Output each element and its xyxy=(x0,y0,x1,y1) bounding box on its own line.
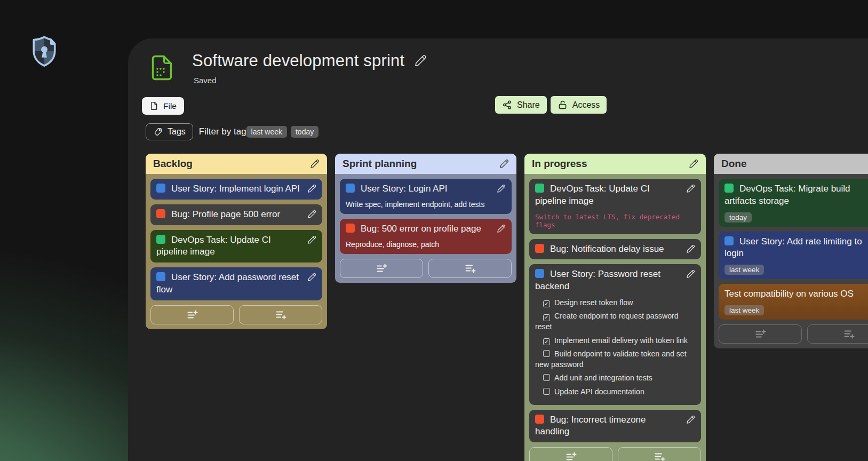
card-tag-last-week: last week xyxy=(724,305,764,315)
card-title-text: Bug: Profile page 500 error xyxy=(171,209,280,219)
checkbox-checked-icon[interactable]: ✓ xyxy=(543,314,550,321)
file-icon xyxy=(149,101,158,111)
devops-color-icon xyxy=(535,184,544,193)
edit-card-pencil-icon[interactable] xyxy=(686,269,695,279)
edit-card-pencil-icon[interactable] xyxy=(686,184,695,194)
column-backlog: BacklogUser Story: Implement login APIBu… xyxy=(146,154,327,329)
checkbox-checked-icon[interactable]: ✓ xyxy=(543,338,550,345)
card-code-description: Switch to latest LTS, fix deprecated fla… xyxy=(535,213,695,229)
card-title: User Story: Implement login API xyxy=(156,183,316,195)
card-bug-notification-delay-issue[interactable]: Bug: Notification delay issue xyxy=(529,239,701,260)
card-title: User Story: Add rate limiting to login xyxy=(724,236,868,260)
app-logo-shield-keyhole-icon[interactable] xyxy=(29,34,60,68)
edit-card-pencil-icon[interactable] xyxy=(307,235,316,245)
open-lock-icon xyxy=(558,100,568,110)
card-title-text: User Story: Add password reset flow xyxy=(156,272,299,295)
add-card-row xyxy=(719,324,868,344)
card-user-story-implement-login-api[interactable]: User Story: Implement login API xyxy=(150,179,322,200)
edit-column-pencil-icon[interactable] xyxy=(309,159,320,169)
checkbox-unchecked-icon[interactable] xyxy=(543,350,550,357)
access-button[interactable]: Access xyxy=(551,96,607,114)
card-tag-last-week: last week xyxy=(724,265,764,275)
add-card-bottom-button[interactable] xyxy=(428,259,512,278)
add-card-bottom-button[interactable] xyxy=(807,324,868,344)
bug-color-icon xyxy=(535,244,544,253)
checkbox-unchecked-icon[interactable] xyxy=(543,374,550,381)
card-devops-task-update-ci-pipeline-image[interactable]: DevOps Task: Update CI pipeline imageSwi… xyxy=(529,179,701,234)
edit-card-pencil-icon[interactable] xyxy=(307,210,316,219)
edit-card-pencil-icon[interactable] xyxy=(496,224,506,234)
user-story-color-icon xyxy=(535,269,544,278)
card-title: DevOps Task: Update CI pipeline image xyxy=(156,234,316,259)
column-title: Sprint planning xyxy=(343,158,417,170)
edit-card-pencil-icon[interactable] xyxy=(307,273,316,282)
file-button-label: File xyxy=(163,101,177,111)
column-body: User Story: Implement login APIBug: Prof… xyxy=(146,174,327,329)
filter-by-tag-label: Filter by tag xyxy=(199,126,246,137)
checklist-item-label: Implement email delivery with token link xyxy=(554,336,688,345)
edit-card-pencil-icon[interactable] xyxy=(686,415,695,425)
checklist-item-label: Build endpoint to validate token and set… xyxy=(535,349,687,369)
card-title-text: User Story: Login API xyxy=(361,184,448,194)
edit-card-pencil-icon[interactable] xyxy=(496,184,506,194)
card-title-text: Bug: 500 error on profile page xyxy=(361,224,481,234)
card-title: DevOps Task: Update CI pipeline image xyxy=(535,183,695,208)
card-checklist: ✓Design reset token flow✓Create endpoint… xyxy=(535,298,695,398)
edit-card-pencil-icon[interactable] xyxy=(307,184,316,194)
card-description: Reproduce, diagnose, patch xyxy=(346,240,506,249)
add-card-top-button[interactable] xyxy=(150,305,234,324)
card-bug-500-error-on-profile-page[interactable]: Bug: 500 error on profile pageReproduce,… xyxy=(340,219,512,254)
add-card-bottom-button[interactable] xyxy=(239,305,322,324)
column-body: DevOps Task: Update CI pipeline imageSwi… xyxy=(524,174,706,461)
column-in-progress: In progressDevOps Task: Update CI pipeli… xyxy=(524,154,706,461)
edit-column-pencil-icon[interactable] xyxy=(499,159,509,169)
bug-color-icon xyxy=(535,415,544,424)
card-user-story-password-reset-backend[interactable]: User Story: Password reset backend✓Desig… xyxy=(529,264,701,404)
add-card-top-button[interactable] xyxy=(529,447,612,461)
card-devops-task-update-ci-pipeline-image[interactable]: DevOps Task: Update CI pipeline image xyxy=(150,230,322,263)
devops-color-icon xyxy=(156,235,165,244)
add-card-top-button[interactable] xyxy=(719,324,802,344)
column-header-backlog: Backlog xyxy=(146,154,327,174)
card-user-story-add-rate-limiting-to-login[interactable]: User Story: Add rate limiting to loginla… xyxy=(719,232,868,280)
card-tags: today xyxy=(724,212,868,222)
page-title: Software development sprint xyxy=(192,51,404,70)
card-title: User Story: Password reset backend xyxy=(535,268,695,293)
checklist-item: ✓Design reset token flow xyxy=(535,298,695,308)
column-body: DevOps Task: Migrate build artifacts sto… xyxy=(714,174,868,348)
filter-tag-today[interactable]: today xyxy=(291,126,318,138)
card-description: Write spec, implement endpoint, add test… xyxy=(346,200,506,209)
column-header-in-progress: In progress xyxy=(524,154,706,174)
access-button-label: Access xyxy=(572,100,600,110)
card-tag-today: today xyxy=(724,212,752,222)
edit-card-pencil-icon[interactable] xyxy=(686,244,695,254)
card-title-text: DevOps Task: Migrate build artifacts sto… xyxy=(724,184,850,206)
card-user-story-login-api[interactable]: User Story: Login APIWrite spec, impleme… xyxy=(340,179,512,214)
checklist-item-label: Add unit and integration tests xyxy=(554,373,652,382)
column-title: Backlog xyxy=(153,158,193,170)
tags-button[interactable]: Tags xyxy=(146,123,193,140)
card-bug-incorrect-timezone-handling[interactable]: Bug: Incorrect timezone handling xyxy=(529,410,701,443)
tag-icon xyxy=(153,127,163,137)
card-devops-task-migrate-build-artifacts-storage[interactable]: DevOps Task: Migrate build artifacts sto… xyxy=(719,179,868,227)
share-button[interactable]: Share xyxy=(495,96,547,114)
column-done: DoneDevOps Task: Migrate build artifacts… xyxy=(714,154,868,348)
card-user-story-add-password-reset-flow[interactable]: User Story: Add password reset flow xyxy=(150,267,322,300)
main-panel: Software development sprint Saved File S… xyxy=(128,38,868,461)
edit-title-pencil-icon[interactable] xyxy=(413,54,427,68)
filter-tag-last-week[interactable]: last week xyxy=(246,126,287,138)
add-card-row xyxy=(529,447,701,461)
checklist-item: ✓Create endpoint to request password res… xyxy=(535,311,695,332)
card-title-text: User Story: Password reset backend xyxy=(535,269,660,291)
file-button[interactable]: File xyxy=(142,97,184,115)
add-card-row xyxy=(340,259,512,278)
checkbox-checked-icon[interactable]: ✓ xyxy=(543,300,550,307)
card-test-compatibility-on-various-os[interactable]: Test compatibility on various OSlast wee… xyxy=(719,284,868,320)
card-title: Bug: Incorrect timezone handling xyxy=(535,414,695,439)
edit-column-pencil-icon[interactable] xyxy=(688,159,698,169)
card-bug-profile-page-500-error[interactable]: Bug: Profile page 500 error xyxy=(150,204,322,225)
checkbox-unchecked-icon[interactable] xyxy=(543,388,550,395)
card-title-text: DevOps Task: Update CI pipeline image xyxy=(156,235,271,257)
add-card-bottom-button[interactable] xyxy=(618,447,701,461)
add-card-top-button[interactable] xyxy=(340,259,423,278)
